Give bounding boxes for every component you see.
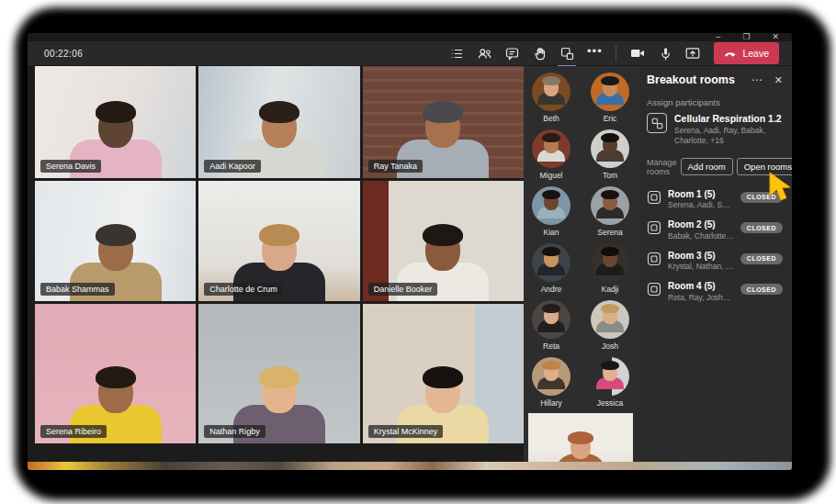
video-tile[interactable]: Charlotte de Crum xyxy=(198,181,359,301)
chat-icon xyxy=(504,46,520,62)
room-list-item[interactable]: Room 2 (5)Babak, Charlotte, Danielle, Mi… xyxy=(647,219,783,241)
teams-meeting-window: – ❐ ✕ 00:22:06 xyxy=(28,33,792,470)
participant-avatar-cell[interactable]: Andre xyxy=(528,243,574,294)
leave-button[interactable]: Leave xyxy=(714,42,779,64)
roster-button[interactable] xyxy=(445,41,469,65)
room-title: Room 4 (5) xyxy=(668,281,734,293)
participant-nameplate: Krystal McKinney xyxy=(368,425,444,438)
avatar xyxy=(591,73,629,111)
participant-nameplate: Danielle Booker xyxy=(368,283,438,296)
assignment-summary[interactable]: Cellular Respiration 1.2 Serena, Aadi, R… xyxy=(647,113,783,146)
control-bar-divider xyxy=(616,45,616,62)
raise-hand-icon xyxy=(532,46,548,62)
room-title: Room 2 (5) xyxy=(668,219,734,231)
avatar-name: Josh xyxy=(587,342,633,351)
add-room-button[interactable]: Add room xyxy=(681,158,733,175)
meeting-control-bar: 00:22:06 ••• xyxy=(28,41,792,66)
video-tile[interactable]: Danielle Booker xyxy=(363,181,524,301)
breakout-rooms-button[interactable] xyxy=(555,41,579,65)
session-title: Cellular Respiration 1.2 xyxy=(674,113,783,125)
room-status-badge: CLOSED xyxy=(740,222,783,233)
participant-avatar-cell[interactable]: Hillary xyxy=(528,357,574,408)
room-title: Room 3 (5) xyxy=(668,251,734,263)
avatar-name: Serena xyxy=(587,228,633,237)
roster-icon xyxy=(449,46,465,62)
avatar-name: Andre xyxy=(528,285,574,294)
avatar xyxy=(591,357,629,396)
room-members: Babak, Charlotte, Danielle, Mig... xyxy=(668,231,734,241)
avatar xyxy=(591,129,629,168)
meeting-stage: Serena Davis Aadi Kapoor Ray Tanaka Baba… xyxy=(28,66,792,470)
avatar-name: Hillary xyxy=(528,398,574,408)
share-icon xyxy=(684,45,701,62)
participant-nameplate: Nathan Rigby xyxy=(204,425,265,438)
avatar xyxy=(591,186,629,225)
participant-nameplate: Serena Ribeiro xyxy=(40,425,107,438)
camera-button[interactable] xyxy=(626,41,650,65)
avatar xyxy=(591,243,629,282)
panel-close-icon[interactable]: ✕ xyxy=(774,74,783,86)
video-tile[interactable]: Serena Davis xyxy=(35,66,196,178)
more-options-button[interactable]: ••• xyxy=(582,41,606,65)
participant-avatar-cell[interactable]: Miguel xyxy=(528,129,574,180)
raise-hand-button[interactable] xyxy=(527,41,551,65)
video-tile[interactable]: Ray Tanaka xyxy=(363,66,524,178)
video-tile[interactable]: Babak Shammas xyxy=(35,181,196,301)
video-grid: Serena Davis Aadi Kapoor Ray Tanaka Baba… xyxy=(28,66,524,470)
room-list-item[interactable]: Room 4 (5)Reta, Ray, Joshua, Darren, Hil… xyxy=(647,281,783,302)
participant-nameplate: Babak Shammas xyxy=(40,283,115,296)
avatar-name: Jessica xyxy=(587,398,633,408)
room-list-item[interactable]: Room 1 (5)Serena, Aadi, Sara, Tom, Eric … xyxy=(647,189,783,210)
participant-avatar-cell[interactable]: Eric xyxy=(587,73,633,123)
participant-avatar-cell[interactable]: Beth xyxy=(528,73,574,123)
room-members: Krystal, Nathan, Serena, Andre... xyxy=(668,262,734,271)
hang-up-icon xyxy=(724,47,737,60)
room-status-badge: CLOSED xyxy=(740,284,783,295)
more-options-icon: ••• xyxy=(587,44,603,62)
avatar-name: Kadji xyxy=(587,285,633,294)
chat-button[interactable] xyxy=(500,41,524,65)
avatar xyxy=(591,300,629,339)
avatar-name: Miguel xyxy=(528,171,574,180)
audio-participants-column: Beth Eric Miguel Tom Kian Serena Andre K… xyxy=(524,66,638,470)
share-button[interactable] xyxy=(681,41,705,65)
room-icon xyxy=(647,282,661,297)
participant-avatar-cell[interactable]: Kadji xyxy=(587,243,633,294)
participant-avatar-cell[interactable]: Jessica xyxy=(587,357,633,408)
participants-button[interactable] xyxy=(472,41,496,65)
video-tile[interactable]: Aadi Kapoor xyxy=(198,66,359,178)
manage-rooms-label: Manage rooms xyxy=(647,158,677,176)
avatar-name: Eric xyxy=(587,114,633,123)
avatar-name: Tom xyxy=(587,171,633,180)
maximize-button[interactable]: ❐ xyxy=(742,33,750,41)
mic-button[interactable] xyxy=(653,41,677,65)
participant-avatar-cell[interactable]: Kian xyxy=(528,186,574,237)
breakout-assignment-icon xyxy=(647,113,667,133)
participant-nameplate: Charlotte de Crum xyxy=(204,283,283,296)
participant-avatar-cell[interactable]: Tom xyxy=(587,129,633,180)
panel-more-icon[interactable]: ⋯ xyxy=(751,73,763,86)
participant-avatar-cell[interactable]: Josh xyxy=(587,300,633,351)
avatar-name: Reta xyxy=(528,342,574,351)
video-tile[interactable]: Nathan Rigby xyxy=(198,304,359,443)
camera-icon xyxy=(629,45,646,62)
room-icon xyxy=(647,220,661,235)
participant-nameplate: Aadi Kapoor xyxy=(204,160,261,173)
assign-participants-label: Assign participants xyxy=(647,97,783,107)
cursor-pointer-icon xyxy=(768,172,796,205)
avatar xyxy=(532,357,571,396)
minimize-button[interactable]: – xyxy=(716,33,720,41)
session-participants: Serena, Aadi, Ray, Babak, Charlotte, +16 xyxy=(674,126,783,146)
room-members: Reta, Ray, Joshua, Darren, Hilla... xyxy=(668,293,734,302)
video-tile[interactable]: Serena Ribeiro xyxy=(35,304,196,443)
people-icon xyxy=(477,46,492,62)
room-list-item[interactable]: Room 3 (5)Krystal, Nathan, Serena, Andre… xyxy=(647,251,783,272)
leave-label: Leave xyxy=(742,48,769,59)
participant-avatar-cell[interactable]: Serena xyxy=(587,186,633,237)
room-icon xyxy=(647,252,661,266)
video-tile[interactable]: Krystal McKinney xyxy=(363,304,524,443)
avatar-name: Kian xyxy=(528,228,574,237)
close-button[interactable]: ✕ xyxy=(772,33,779,41)
participant-avatar-cell[interactable]: Reta xyxy=(528,300,574,351)
participant-nameplate: Serena Davis xyxy=(40,160,101,173)
